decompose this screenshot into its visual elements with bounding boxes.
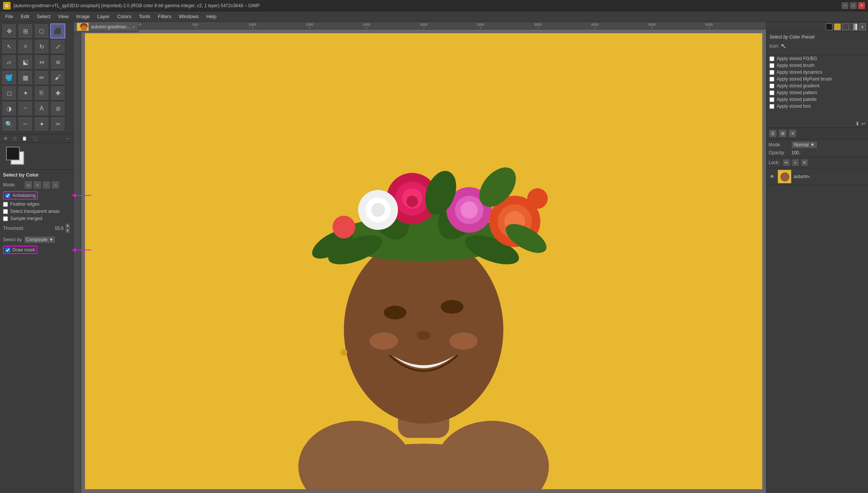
- tool-measure[interactable]: ↔: [18, 116, 33, 132]
- tool-scissors[interactable]: ✂: [50, 116, 65, 132]
- lock-add-btn[interactable]: +: [792, 159, 799, 166]
- tool-arrow[interactable]: ↖: [2, 39, 17, 54]
- layers-icon-btn-2[interactable]: ⊞: [778, 129, 787, 138]
- threshold-spinner[interactable]: ▲ ▼: [65, 223, 70, 234]
- menu-item-windows[interactable]: Windows: [175, 12, 202, 21]
- tool-rotate[interactable]: ↻: [34, 39, 49, 54]
- menu-item-view[interactable]: View: [54, 12, 73, 21]
- preset-checkbox-label-1: Apply stored brush: [777, 63, 814, 68]
- pattern-swatch[interactable]: [842, 23, 849, 30]
- layer-mode-select[interactable]: Normal ▼: [791, 141, 817, 149]
- feather-edges-checkbox[interactable]: [3, 202, 8, 207]
- mode-intersect[interactable]: ∩: [51, 181, 60, 189]
- tool-move[interactable]: ✥: [2, 23, 17, 39]
- menu-item-edit[interactable]: Edit: [17, 12, 33, 21]
- preset-checkbox-2[interactable]: [769, 70, 774, 75]
- canvas-container[interactable]: [81, 29, 766, 493]
- lock-remove-btn[interactable]: ✕: [801, 159, 808, 166]
- canvas-close-button[interactable]: ×: [133, 25, 135, 29]
- layers-icon-btn-3[interactable]: ✕: [788, 129, 797, 138]
- lock-edit-btn[interactable]: ✏: [783, 159, 790, 166]
- tool-align[interactable]: ⊞: [18, 23, 33, 39]
- tool-shear[interactable]: ▱: [2, 54, 17, 70]
- undo-button[interactable]: ↩: [861, 121, 866, 127]
- tool-dodge[interactable]: ◑: [2, 101, 17, 116]
- menu-item-layer[interactable]: Layer: [94, 12, 114, 21]
- fg-swatch[interactable]: [826, 23, 832, 30]
- menu-item-tools[interactable]: Tools: [135, 12, 154, 21]
- tool-zoom[interactable]: 🔍: [2, 116, 17, 132]
- tool-tab-3[interactable]: 📋: [20, 135, 29, 142]
- tool-tab-2[interactable]: ⬡: [11, 135, 19, 142]
- minimize-button[interactable]: ─: [842, 2, 848, 9]
- tool-tab-4[interactable]: ⬛: [30, 135, 40, 142]
- maximize-button[interactable]: □: [850, 2, 857, 9]
- select-transparent-checkbox[interactable]: [3, 209, 8, 214]
- spin-down[interactable]: ▼: [65, 229, 70, 233]
- tool-eraser[interactable]: ◻: [2, 85, 17, 101]
- tool-selectbycolor[interactable]: ⬛: [50, 23, 65, 39]
- menu-item-filters[interactable]: Filters: [154, 12, 175, 21]
- close-button[interactable]: ✕: [858, 2, 865, 9]
- tool-paintbrush[interactable]: 🖌: [50, 70, 65, 85]
- menu-item-colors[interactable]: Colors: [113, 12, 135, 21]
- tool-pencil[interactable]: ✏: [34, 70, 49, 85]
- select-by-dropdown[interactable]: Composite ▼: [24, 236, 55, 243]
- preset-checkbox-3[interactable]: [769, 77, 774, 82]
- menu-item-help[interactable]: Help: [202, 12, 220, 21]
- canvas-area: autumn-goodman... × 30050010001500200025…: [74, 22, 766, 493]
- spin-up[interactable]: ▲: [65, 223, 70, 228]
- mode-replace[interactable]: ▭: [24, 181, 32, 189]
- preset-checkbox-7[interactable]: [769, 104, 774, 109]
- menu-item-select[interactable]: Select: [33, 12, 54, 21]
- menu-item-file[interactable]: File: [2, 12, 17, 21]
- bg-swatch[interactable]: [834, 23, 841, 30]
- mode-add[interactable]: +: [33, 181, 42, 189]
- foreground-color[interactable]: [6, 147, 20, 160]
- tool-bucket[interactable]: 🪣: [2, 70, 17, 85]
- antialiasing-label: Antialiasing: [12, 193, 36, 198]
- tool-heal[interactable]: ✚: [50, 85, 65, 101]
- sample-merged-checkbox[interactable]: [3, 216, 8, 221]
- layers-icon-btn-1[interactable]: ☰: [769, 129, 777, 138]
- tool-flip[interactable]: ⇔: [34, 54, 49, 70]
- draw-mask-checkbox[interactable]: [5, 248, 10, 253]
- tool-airbrush[interactable]: ✦: [18, 85, 33, 101]
- tool-scale[interactable]: ⤢: [50, 39, 65, 54]
- preset-checkbox-4[interactable]: [769, 84, 774, 88]
- scroll-down-button[interactable]: ⬇: [855, 121, 860, 127]
- mode-subtract[interactable]: −: [42, 181, 51, 189]
- antialiasing-checkbox[interactable]: [5, 193, 10, 198]
- ruler-line-5000: [709, 26, 709, 29]
- tool-smudge[interactable]: ~: [18, 101, 33, 116]
- preset-checkbox-row-1: Apply stored brush: [769, 63, 865, 68]
- extra-icon1[interactable]: A: [859, 23, 866, 30]
- layer-visibility-eye[interactable]: 👁: [769, 173, 775, 180]
- tool-grid: ✥⊞⬡⬛↖⌗↻⤢▱⬕⇔≋🪣▦✏🖌◻✦⎘✚◑~A⊘🔍↔✦✂: [0, 22, 73, 133]
- gradient-swatch[interactable]: [851, 23, 857, 30]
- preset-checkbox-1[interactable]: [769, 63, 774, 68]
- icon-row: Icon: ↖: [769, 42, 865, 50]
- tool-freeselect[interactable]: ⬡: [34, 23, 49, 39]
- preset-checkbox-label-7: Apply stored font: [777, 104, 811, 109]
- canvas-tab[interactable]: autumn-goodman... ×: [74, 22, 139, 32]
- expand-icon[interactable]: ↔: [63, 135, 72, 141]
- tool-text[interactable]: A: [34, 101, 49, 116]
- preset-checkbox-0[interactable]: [769, 56, 774, 61]
- tool-fuzzy[interactable]: ✦: [34, 116, 49, 132]
- tool-perspective[interactable]: ⬕: [18, 54, 33, 70]
- tool-blend[interactable]: ▦: [18, 70, 33, 85]
- tool-warp[interactable]: ≋: [50, 54, 65, 70]
- tool-clone[interactable]: ⎘: [34, 85, 49, 101]
- tool-colorpick[interactable]: ⊘: [50, 101, 65, 116]
- tool-tab-1[interactable]: ⚙: [2, 135, 10, 142]
- layer-item[interactable]: 👁 autumn-: [766, 168, 868, 185]
- preset-checkbox-6[interactable]: [769, 97, 774, 102]
- tool-options-title: Select by Color: [3, 172, 70, 178]
- select-transparent-row: Select transparent areas: [3, 209, 70, 214]
- tool-crop[interactable]: ⌗: [18, 39, 33, 54]
- image-canvas[interactable]: [85, 33, 762, 489]
- preset-checkbox-5[interactable]: [769, 90, 774, 95]
- ruler-tick-2500: 2500: [420, 23, 427, 26]
- menu-item-image[interactable]: Image: [72, 12, 93, 21]
